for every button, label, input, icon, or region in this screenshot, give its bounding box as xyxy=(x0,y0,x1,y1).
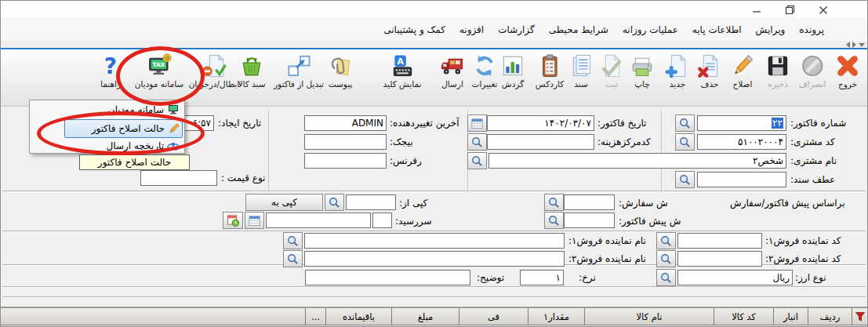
proforma-no-lookup-button[interactable] xyxy=(544,212,564,229)
search-icon xyxy=(329,197,340,209)
copy-from-label: کپی از: xyxy=(399,198,427,209)
restore-button[interactable] xyxy=(780,3,799,16)
turnover-icon xyxy=(500,53,526,79)
toolbar-convert-invoice-button[interactable]: تبدیل از فاکتور xyxy=(274,53,324,89)
toolbar-scroll-arrows[interactable] xyxy=(846,42,865,48)
order-no-input[interactable] xyxy=(564,194,615,210)
rep1-name-label: نام نماینده فروش۱: xyxy=(568,235,646,246)
convert-invoice-icon xyxy=(286,53,312,79)
invoice-date-calendar-button[interactable] xyxy=(467,114,487,132)
cost-center-input[interactable] xyxy=(487,134,594,150)
post-icon xyxy=(599,53,625,79)
grid-col-more[interactable]: ... xyxy=(305,308,325,325)
grid-col-warehouse[interactable]: انبار xyxy=(773,308,808,325)
rep1-code-lookup-button[interactable] xyxy=(656,232,676,249)
menu-parvandeh[interactable]: پرونده xyxy=(792,22,831,38)
divider xyxy=(2,286,866,287)
due-date-calendar-button[interactable] xyxy=(245,212,264,229)
currency-lookup-button[interactable] xyxy=(656,269,676,286)
customer-name-input[interactable]: شخص۲ xyxy=(488,153,786,169)
menu-gozareshat[interactable]: گزارشات xyxy=(491,22,541,38)
toolbar-delete-button[interactable]: حذف xyxy=(697,53,723,89)
search-icon xyxy=(660,253,672,265)
edit-icon xyxy=(730,53,756,79)
customer-code-input[interactable]: ۵۱۰۰۲۰۰۰۴ xyxy=(697,134,786,150)
copy-from-input[interactable] xyxy=(346,194,396,210)
grid-col-item-name[interactable]: نام کالا xyxy=(584,308,714,325)
customer-name-lookup-button[interactable] xyxy=(467,152,487,169)
price-type-input[interactable] xyxy=(140,170,217,186)
toolbar-turnover-button[interactable]: گردش xyxy=(500,53,526,89)
selected-text: ۲۲ xyxy=(772,118,783,129)
rep2-name-lookup-button[interactable] xyxy=(283,250,303,267)
rep2-code-label: کد نماینده فروش۲: xyxy=(765,253,841,264)
toolbar-changes-button[interactable]: تغییرات xyxy=(472,53,498,89)
grid-filter-cell[interactable] xyxy=(852,308,867,325)
toolbar-print-button[interactable]: چاپ xyxy=(630,53,656,89)
grid-col-item-code[interactable]: کد کالا xyxy=(714,308,773,325)
rep1-name-lookup-button[interactable] xyxy=(283,232,303,249)
rep1-name-input[interactable] xyxy=(304,233,565,249)
last-modifier-label: آخرین تغییردهنده: xyxy=(390,118,459,129)
invoice-no-lookup-button[interactable] xyxy=(675,114,695,132)
copy-from-lookup-button[interactable] xyxy=(325,194,344,211)
bijak-input[interactable] xyxy=(304,134,387,150)
toolbar-voucher-button[interactable]: سند xyxy=(568,53,594,89)
currency-input[interactable]: ریال xyxy=(677,270,793,285)
cost-center-lookup-button[interactable] xyxy=(467,133,487,151)
invoice-date-input[interactable]: ۱۴۰۲/۰۳/۰۷ xyxy=(487,115,594,131)
svg-text:?: ? xyxy=(104,53,117,79)
toolbar-edit-button[interactable]: اصلاح xyxy=(730,53,756,89)
based-on-proforma-label: براساس پیش فاکتور/سفارش xyxy=(730,198,845,209)
menu-amaliat-roozaneh[interactable]: عملیات روزانه xyxy=(616,22,685,38)
copy-to-button[interactable]: کپی به xyxy=(245,194,323,211)
last-modifier-input[interactable]: ADMIN xyxy=(304,115,387,131)
reference-label: رفرنس: xyxy=(390,155,422,166)
rep2-code-input[interactable] xyxy=(677,251,762,267)
close-icon xyxy=(819,5,828,15)
menubar: پرونده ویرایش اطلاعات پایه عملیات روزانه… xyxy=(1,18,867,41)
search-icon xyxy=(471,155,483,167)
invoice-edit-mode-tooltip: حالت اصلاح فاکتور xyxy=(79,154,190,170)
due-date-input[interactable] xyxy=(266,213,371,228)
proforma-no-input[interactable] xyxy=(564,213,615,228)
menu-sharayet-mohiti[interactable]: شرایط محیطی xyxy=(542,22,616,38)
rep2-name-input[interactable] xyxy=(304,251,565,267)
rate-input[interactable]: ۱ xyxy=(520,270,564,285)
menu-etelaat-paye[interactable]: اطلاعات پایه xyxy=(685,22,749,38)
note-input[interactable] xyxy=(305,270,470,285)
calendar-clock-icon xyxy=(227,215,239,227)
grid-col-qty1[interactable]: مقدار۱ xyxy=(528,308,584,325)
grid-col-row[interactable]: ردیف xyxy=(808,308,852,325)
toolbar-attachment-button[interactable]: پیوست xyxy=(328,53,354,89)
order-no-lookup-button[interactable] xyxy=(544,194,564,211)
toolbar-show-keys-button[interactable]: A نمایش کلید xyxy=(383,53,422,89)
reference-input[interactable] xyxy=(304,153,387,169)
grid-col-amount[interactable]: مبلغ xyxy=(391,308,459,325)
minimize-button[interactable] xyxy=(747,3,766,16)
toolbar-exit-button[interactable]: خروج xyxy=(835,53,861,89)
grid-col-unit-price[interactable]: فی xyxy=(459,308,528,325)
atf-sanad-lookup-button[interactable] xyxy=(675,171,695,188)
toolbar-kardex-button[interactable]: کاردکس xyxy=(536,53,564,89)
due-date-day-input[interactable] xyxy=(372,213,392,228)
toolbar-basket-button[interactable]: سبد کالا xyxy=(238,53,265,89)
rep2-code-lookup-button[interactable] xyxy=(656,250,676,267)
divider xyxy=(2,191,866,191)
rep1-code-input[interactable] xyxy=(677,233,762,249)
grid-header-filler xyxy=(1,308,305,325)
created-date-label: تاریخ ایجاد: xyxy=(218,118,261,129)
menu-komak-poshtibani[interactable]: کمک و پشتیبانی xyxy=(376,22,452,38)
customer-code-lookup-button[interactable] xyxy=(675,133,695,151)
due-date-schedule-button[interactable] xyxy=(223,212,243,229)
close-button[interactable] xyxy=(814,3,833,16)
atf-sanad-input[interactable] xyxy=(697,172,786,187)
voucher-icon xyxy=(568,53,594,79)
invoice-no-input[interactable]: ۲۲ xyxy=(697,115,786,131)
grid-col-remaining[interactable]: باقیمانده xyxy=(325,308,391,325)
menu-virayesh[interactable]: ویرایش xyxy=(749,22,793,38)
toolbar-send-button[interactable]: ارسال xyxy=(440,53,466,89)
toolbar-new-button[interactable]: جدید xyxy=(665,53,691,89)
menu-afzoneh[interactable]: افزونه xyxy=(452,22,491,38)
atf-sanad-label: عطف سند: xyxy=(790,174,835,185)
